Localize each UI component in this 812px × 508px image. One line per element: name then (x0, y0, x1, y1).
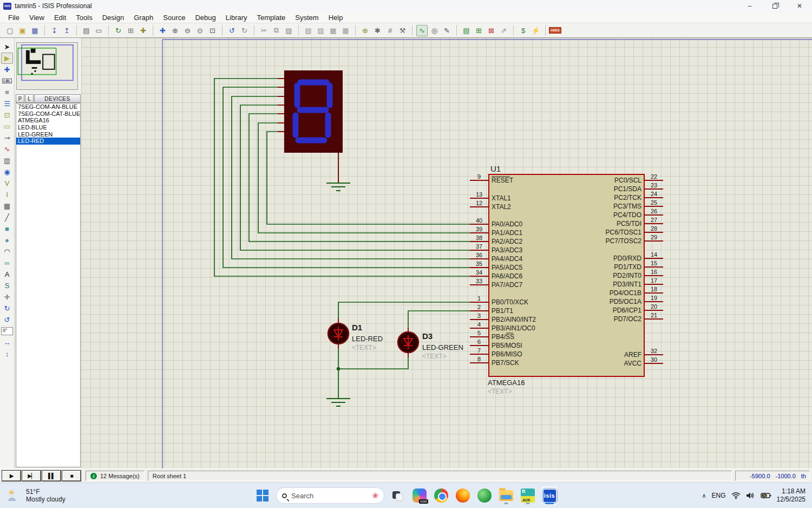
graphics-circle-mode-button[interactable]: ● (1, 235, 13, 246)
menu-library[interactable]: Library (221, 12, 252, 23)
play-button[interactable]: ▶ (2, 471, 21, 481)
junction-dot-mode-button[interactable]: ✚ (1, 64, 13, 75)
current-probe-mode-button[interactable]: I (1, 189, 13, 200)
language-indicator[interactable]: ENG (712, 492, 726, 499)
block-delete-button[interactable]: ▦ (340, 25, 351, 36)
paste-button[interactable]: ▨ (283, 25, 294, 36)
wire-d3-junction[interactable] (338, 357, 408, 369)
device-item-atmega16[interactable]: ATMEGA16 (16, 117, 80, 124)
menu-edit[interactable]: Edit (49, 12, 71, 23)
decompose-button[interactable]: ⚒ (397, 25, 408, 36)
virtual-instruments-mode-button[interactable]: ▦ (1, 200, 13, 212)
graphics-text-mode-button[interactable]: A (1, 269, 13, 280)
device-item-led-blue[interactable]: LED-BLUE (16, 124, 80, 131)
pick-device-button[interactable]: ⊕ (359, 25, 371, 36)
undo-button[interactable]: ↺ (226, 25, 238, 36)
zoom-out-button[interactable]: ⊖ (182, 25, 193, 36)
subcircuit-mode-button[interactable]: ⊡ (1, 109, 13, 121)
angle-field[interactable]: 0° (1, 327, 13, 335)
isis-taskbar-button[interactable]: isis (541, 486, 558, 505)
menu-system[interactable]: System (290, 12, 323, 23)
wire-autorouter-button[interactable]: ∿ (416, 25, 428, 36)
mark-output-area-button[interactable]: ▭ (93, 25, 104, 36)
zoom-area-button[interactable]: ⊡ (207, 25, 218, 36)
device-item-led-red[interactable]: LED-RED (16, 138, 80, 145)
wire-pb1-d3[interactable] (408, 311, 470, 328)
wire-7seg-5[interactable] (249, 114, 470, 242)
graphics-line-mode-button[interactable]: ╱ (1, 212, 13, 223)
clock[interactable]: 1:18 AM 12/5/2025 (777, 487, 806, 504)
zoom-all-button[interactable]: ⊙ (194, 25, 206, 36)
battery-icon[interactable] (761, 492, 771, 499)
rotate-anticlockwise-button[interactable]: ↺ (1, 314, 13, 325)
file-explorer-button[interactable] (498, 486, 514, 505)
new-sheet-button[interactable]: ⊞ (473, 25, 484, 36)
restore-button[interactable] (762, 0, 787, 12)
task-view-button[interactable] (390, 486, 406, 505)
pick-parts-button[interactable]: P (16, 94, 24, 103)
property-assignment-button[interactable]: ✎ (441, 25, 453, 36)
new-design-button[interactable]: ▢ (4, 25, 16, 36)
origin-button[interactable]: ✚ (137, 25, 149, 36)
save-design-button[interactable]: ▦ (29, 25, 41, 36)
idm-button[interactable] (476, 486, 493, 505)
selection-mode-button[interactable]: ➤ (1, 41, 13, 53)
remove-sheet-button[interactable]: ⊠ (486, 25, 497, 36)
export-section-button[interactable]: ↥ (61, 25, 73, 36)
block-move-button[interactable]: ▨ (315, 25, 326, 36)
toggle-grid-button[interactable]: ⊞ (125, 25, 136, 36)
design-explorer-button[interactable]: ▤ (461, 25, 472, 36)
device-item-7seg-com-cat-blue[interactable]: 7SEG-COM-CAT-BLUE (16, 110, 80, 118)
menu-graph[interactable]: Graph (129, 12, 158, 23)
graphics-symbol-mode-button[interactable]: S (1, 280, 13, 291)
graph-mode-button[interactable]: ∿ (1, 144, 13, 155)
graphics-marker-mode-button[interactable]: ✛ (1, 291, 13, 303)
menu-view[interactable]: View (24, 12, 49, 23)
make-device-button[interactable]: ✱ (372, 25, 383, 36)
start-button[interactable] (254, 486, 271, 505)
netlist-to-ares-button[interactable]: ARES (549, 25, 561, 36)
goto-sheet-button[interactable]: ⇗ (498, 25, 509, 36)
generator-mode-button[interactable]: ◉ (1, 166, 13, 178)
menu-design[interactable]: Design (97, 12, 129, 23)
wire-7seg-3[interactable] (232, 96, 470, 259)
overview-minimap[interactable] (16, 42, 78, 90)
terminals-mode-button[interactable]: ▭ (1, 121, 13, 132)
redraw-button[interactable]: ↻ (113, 25, 124, 36)
close-button[interactable]: ✕ (787, 0, 812, 12)
weather-widget[interactable]: ☀☁ 51°F Mostly cloudy (0, 488, 119, 503)
firefox-button[interactable] (455, 486, 471, 505)
message-box[interactable]: i 12 Message(s) (86, 471, 145, 481)
wifi-icon[interactable] (731, 492, 741, 499)
packaging-button[interactable]: # (384, 25, 396, 36)
block-copy-button[interactable]: ▧ (303, 25, 314, 36)
pause-button[interactable]: ▌▌ (42, 471, 61, 481)
library-button[interactable]: L (25, 94, 34, 103)
menu-help[interactable]: Help (324, 12, 348, 23)
component-mode-button[interactable]: ▶ (1, 53, 13, 64)
graphics-box-mode-button[interactable]: ■ (1, 223, 13, 235)
volume-icon[interactable] (746, 492, 755, 499)
search-tag-button[interactable]: ◎ (429, 25, 440, 36)
mirror-horizontal-button[interactable]: ↔ (1, 337, 13, 348)
copy-button[interactable]: ⧉ (271, 25, 282, 36)
wire-7seg-4[interactable] (240, 105, 470, 250)
import-section-button[interactable]: ↧ (49, 25, 60, 36)
tape-recorder-mode-button[interactable]: ▥ (1, 155, 13, 166)
buses-mode-button[interactable]: ☰ (1, 98, 13, 109)
zoom-in-button[interactable]: ⊕ (169, 25, 181, 36)
cut-button[interactable]: ✂ (258, 25, 270, 36)
voltage-probe-mode-button[interactable]: V (1, 178, 13, 189)
bill-of-materials-button[interactable]: $ (518, 25, 529, 36)
graphics-arc-mode-button[interactable]: ◠ (1, 246, 13, 257)
graphics-path-mode-button[interactable]: ∞ (1, 257, 13, 269)
copilot-m365-button[interactable]: M365 (411, 486, 428, 505)
redo-button[interactable]: ↻ (239, 25, 250, 36)
rotate-clockwise-button[interactable]: ↻ (1, 303, 13, 314)
open-design-button[interactable]: ▣ (17, 25, 28, 36)
menu-tools[interactable]: Tools (71, 12, 97, 23)
menu-debug[interactable]: Debug (190, 12, 220, 23)
chrome-button[interactable] (433, 486, 449, 505)
block-rotate-button[interactable]: ▩ (328, 25, 339, 36)
print-button[interactable]: ▤ (81, 25, 92, 36)
